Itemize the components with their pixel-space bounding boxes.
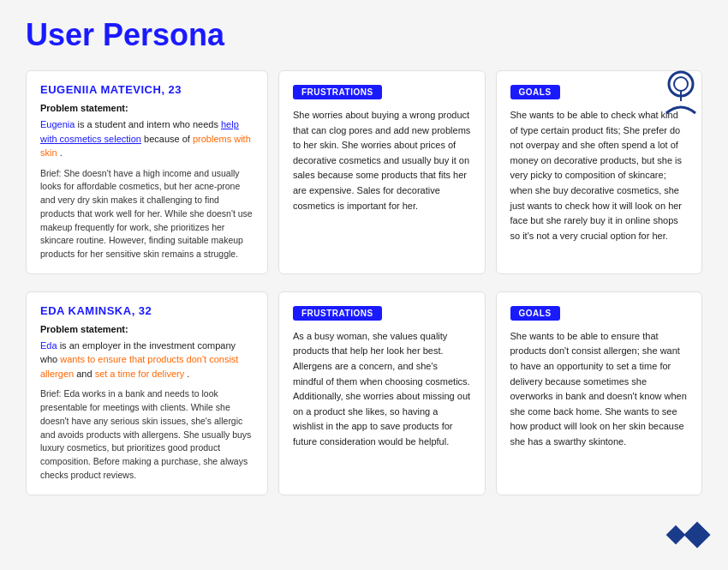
persona-1-name-link[interactable]: Eugenia — [40, 119, 75, 129]
persona-1-brief: Brief: She doesn't have a high income an… — [40, 167, 254, 261]
persona-2-intro-mid: and — [76, 369, 94, 379]
frustrations-2-text: As a busy woman, she values quality prod… — [293, 329, 471, 450]
decorative-diamonds — [669, 525, 707, 544]
persona-2-intro: Eda is an employer in the investment com… — [40, 339, 254, 381]
persona-1-problem-label: Problem statement: — [40, 103, 254, 113]
goals-2-text: She wants to be able to ensure that prod… — [510, 329, 689, 450]
avatar-icon — [659, 69, 702, 120]
persona-card-2: EDA KAMINSKA, 32 Problem statement: Eda … — [26, 291, 268, 495]
persona-2-highlight-2: set a time for delivery — [95, 369, 185, 379]
goals-card-2: GOALS She wants to be able to ensure tha… — [496, 291, 703, 495]
frustrations-card-2: FRUSTRATIONS As a busy woman, she values… — [278, 291, 486, 495]
goals-1-text: She wants to be able to check what kind … — [510, 108, 689, 243]
frustrations-card-1: FRUSTRATIONS She worries about buying a … — [278, 70, 486, 274]
persona-2-name: EDA KAMINSKA, 32 — [40, 304, 254, 317]
persona-2-problem-label: Problem statement: — [40, 324, 254, 334]
persona-1-intro-mid: because of — [144, 134, 193, 144]
persona-1-intro: Eugenia is a student and intern who need… — [40, 117, 254, 160]
frustrations-2-badge: FRUSTRATIONS — [293, 306, 382, 321]
page-title: User Persona — [26, 17, 702, 53]
goals-1-badge: GOALS — [510, 85, 560, 99]
persona-card-1: EUGENIIA MATEVICH, 23 Problem statement:… — [26, 70, 268, 274]
personas-container: EUGENIIA MATEVICH, 23 Problem statement:… — [26, 70, 702, 495]
frustrations-1-badge: FRUSTRATIONS — [293, 85, 382, 99]
persona-row-2: EDA KAMINSKA, 32 Problem statement: Eda … — [26, 291, 702, 495]
persona-2-intro-post: . — [187, 369, 189, 379]
persona-row-1: EUGENIIA MATEVICH, 23 Problem statement:… — [26, 70, 702, 274]
persona-2-name-link[interactable]: Eda — [40, 340, 57, 351]
persona-1-intro-pre: is a student and intern who needs — [77, 119, 221, 129]
svg-point-1 — [674, 77, 688, 91]
diamond-small-icon — [666, 525, 686, 545]
persona-2-brief: Brief: Eda works in a bank and needs to … — [40, 387, 254, 482]
persona-1-name: EUGENIIA MATEVICH, 23 — [40, 83, 254, 96]
frustrations-1-text: She worries about buying a wrong product… — [293, 108, 471, 213]
persona-1-intro-post: . — [60, 147, 63, 158]
goals-2-badge: GOALS — [510, 306, 560, 321]
diamond-large-icon — [683, 521, 710, 548]
